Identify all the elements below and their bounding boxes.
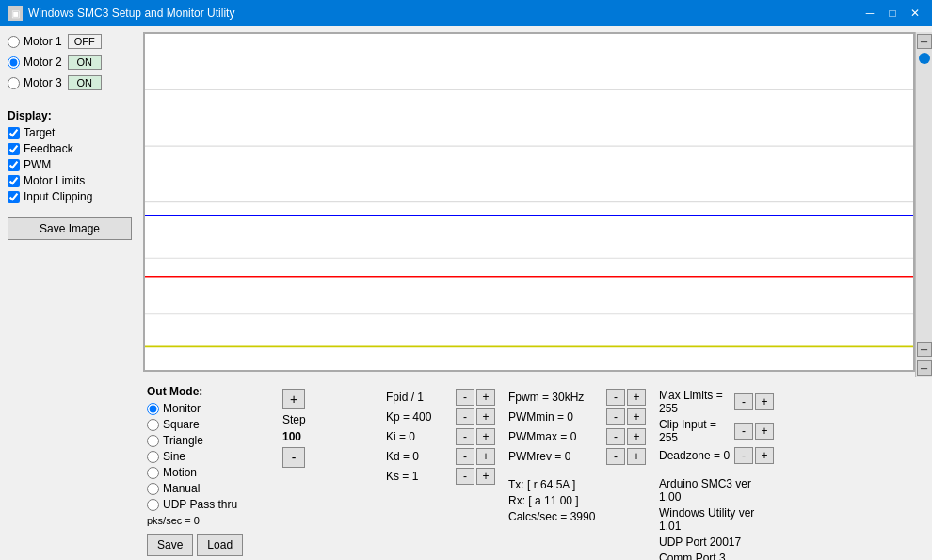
- fpid-plus[interactable]: +: [476, 389, 495, 406]
- clipinput-label: Clip Input = 255: [659, 418, 731, 444]
- motor-2-row: Motor 2 ON: [8, 55, 132, 70]
- kd-plus[interactable]: +: [476, 448, 495, 465]
- fpid-label: Fpid / 1: [386, 391, 452, 404]
- full-bottom: Out Mode: Monitor Square Triangle Sine: [139, 381, 932, 560]
- pwmrev-row: PWMrev = 0 - +: [508, 448, 651, 465]
- maxlimits-plus[interactable]: +: [755, 393, 774, 410]
- pwmmax-plus[interactable]: +: [627, 428, 646, 445]
- ks-label: Ks = 1: [386, 470, 452, 483]
- motor-2-radio-input[interactable]: [8, 56, 20, 69]
- action-row: Save Load -> M2 -> M3: [147, 534, 271, 560]
- chart-area: [143, 32, 915, 372]
- fpid-controls: - +: [456, 389, 495, 406]
- kd-row: Kd = 0 - +: [386, 448, 501, 465]
- pwmrev-plus[interactable]: +: [627, 448, 646, 465]
- motor-3-radio[interactable]: Motor 3: [8, 76, 62, 89]
- pwmmax-minus[interactable]: -: [606, 428, 625, 445]
- pwm-checkbox[interactable]: [8, 159, 20, 171]
- kp-plus[interactable]: +: [476, 408, 495, 425]
- motor-2-radio[interactable]: Motor 2: [8, 56, 62, 69]
- motor-3-label: Motor 3: [24, 76, 62, 89]
- pks-label: pks/sec = 0: [147, 515, 271, 526]
- mode-manual[interactable]: Manual: [147, 482, 271, 495]
- fpwm-minus[interactable]: -: [606, 389, 625, 406]
- pwmmin-plus[interactable]: +: [627, 408, 646, 425]
- input-clipping-checkbox[interactable]: [8, 191, 20, 203]
- kd-minus[interactable]: -: [456, 448, 474, 465]
- ks-plus[interactable]: +: [476, 468, 495, 485]
- tx-label: Tx: [ r 64 5A ]: [508, 478, 575, 491]
- main-content: Motor 1 OFF Motor 2 ON Motor 3 ON Displa…: [0, 26, 932, 560]
- feedback-row: Feedback: [8, 142, 132, 155]
- motor-2-toggle[interactable]: ON: [68, 55, 102, 70]
- maximize-button[interactable]: □: [883, 5, 902, 22]
- input-clipping-label: Input Clipping: [24, 190, 92, 203]
- motor-3-radio-input[interactable]: [8, 77, 20, 89]
- fpid-minus[interactable]: -: [456, 389, 474, 406]
- mode-motion[interactable]: Motion: [147, 466, 271, 479]
- motor-3-toggle[interactable]: ON: [68, 75, 102, 90]
- maxlimits-minus[interactable]: -: [734, 393, 753, 410]
- motor-1-label: Motor 1: [24, 35, 62, 48]
- mode-udp[interactable]: UDP Pass thru: [147, 498, 271, 511]
- title-bar: ▣ Windows SMC3 Setup and Monitor Utility…: [0, 0, 932, 26]
- step-minus-button[interactable]: -: [282, 447, 305, 468]
- close-button[interactable]: ✕: [906, 5, 924, 22]
- mode-triangle[interactable]: Triangle: [147, 434, 271, 447]
- save-image-button[interactable]: Save Image: [8, 217, 132, 240]
- ki-row: Ki = 0 - +: [386, 428, 501, 445]
- ki-label: Ki = 0: [386, 430, 452, 443]
- mode-monitor[interactable]: Monitor: [147, 402, 271, 415]
- save-button[interactable]: Save: [147, 534, 193, 556]
- kp-minus[interactable]: -: [456, 408, 474, 425]
- scroll-up-button[interactable]: ─: [917, 34, 932, 49]
- deadzone-plus[interactable]: +: [755, 447, 774, 464]
- motor-limits-row: Motor Limits: [8, 174, 132, 187]
- motor-1-toggle[interactable]: OFF: [68, 34, 102, 49]
- pwm-label: PWM: [24, 158, 51, 171]
- deadzone-row: Deadzone = 0 - +: [659, 447, 774, 464]
- input-clipping-row: Input Clipping: [8, 190, 132, 203]
- pwm-row: PWM: [8, 158, 132, 171]
- ki-plus[interactable]: +: [476, 428, 495, 445]
- kp-row: Kp = 400 - +: [386, 408, 501, 425]
- fpwm-label: Fpwm = 30kHz: [508, 391, 603, 404]
- out-mode-section: Out Mode: Monitor Square Triangle Sine: [139, 381, 279, 560]
- target-label: Target: [24, 126, 55, 139]
- motor-limits-checkbox[interactable]: [8, 175, 20, 187]
- ks-minus[interactable]: -: [456, 468, 474, 485]
- minimize-button[interactable]: ─: [860, 5, 879, 22]
- motor-1-radio-input[interactable]: [8, 36, 20, 48]
- scroll-down-button-2[interactable]: ─: [917, 360, 932, 376]
- step-plus-button[interactable]: +: [282, 389, 305, 409]
- calcs-row: Calcs/sec = 3990: [508, 510, 651, 523]
- pwmmin-minus[interactable]: -: [606, 408, 625, 425]
- deadzone-minus[interactable]: -: [734, 447, 753, 464]
- fpwm-plus[interactable]: +: [627, 389, 646, 406]
- motor-limits-label: Motor Limits: [24, 174, 85, 187]
- load-button[interactable]: Load: [197, 534, 243, 556]
- display-label: Display:: [8, 109, 132, 122]
- windows-version: Windows Utility ver 1.01: [659, 506, 774, 533]
- pwm-col: Fpwm = 30kHz - + PWMmin = 0 - +: [505, 385, 655, 560]
- maxlimits-row: Max Limits = 255 - +: [659, 389, 774, 415]
- target-checkbox[interactable]: [8, 127, 20, 139]
- kp-label: Kp = 400: [386, 410, 452, 424]
- scroll-down-button[interactable]: ─: [917, 342, 932, 357]
- clipinput-plus[interactable]: +: [755, 423, 774, 440]
- mode-square[interactable]: Square: [147, 418, 271, 431]
- comm-port: Comm Port 3: [659, 552, 774, 560]
- clipinput-minus[interactable]: -: [734, 423, 753, 440]
- pwmrev-minus[interactable]: -: [606, 448, 625, 465]
- motor-1-row: Motor 1 OFF: [8, 34, 132, 49]
- udp-port: UDP Port 20017: [659, 536, 774, 549]
- feedback-checkbox[interactable]: [8, 143, 20, 155]
- motor-1-radio[interactable]: Motor 1: [8, 35, 62, 48]
- maxlimits-label: Max Limits = 255: [659, 389, 731, 415]
- scroll-thumb[interactable]: [919, 53, 930, 64]
- step-col: + Step 100 -: [279, 385, 382, 560]
- mode-sine[interactable]: Sine: [147, 450, 271, 463]
- ki-minus[interactable]: -: [456, 428, 474, 445]
- chart-wrapper: ─ ─ ─: [139, 26, 932, 381]
- right-scrollbar: ─ ─ ─: [915, 32, 932, 377]
